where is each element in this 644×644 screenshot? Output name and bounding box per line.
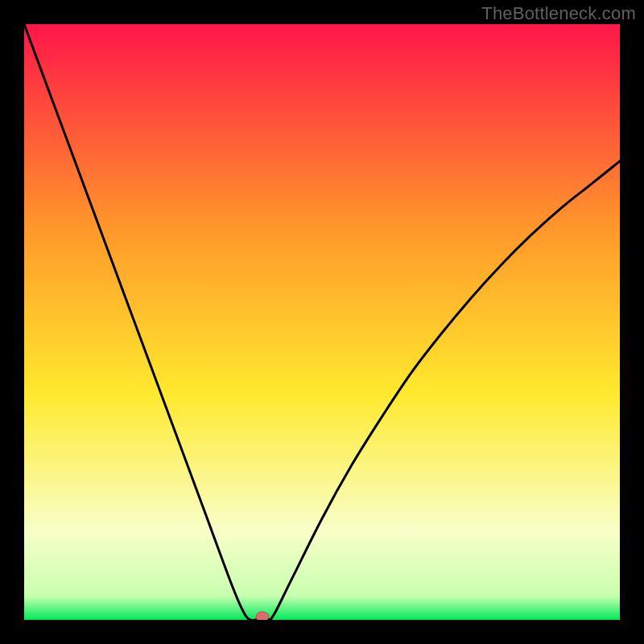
chart-frame: TheBottleneck.com [0,0,644,644]
minimum-marker [256,612,269,620]
plot-svg [24,24,620,620]
watermark-text: TheBottleneck.com [481,3,636,24]
gradient-background [24,24,620,620]
plot-area [24,24,620,620]
